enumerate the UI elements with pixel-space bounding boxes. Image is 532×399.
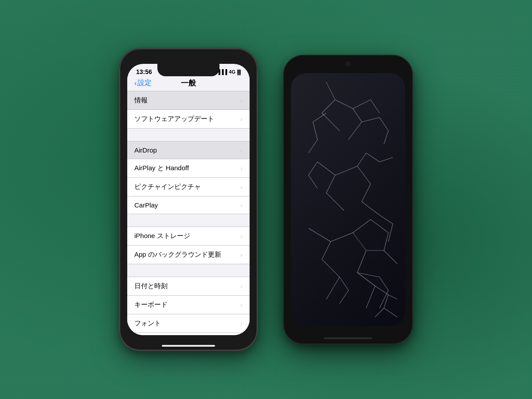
- phone-screen: 13:56 ▐▐▐ 4G ▓ ‹ 設定 一般 情報 ›: [127, 64, 250, 335]
- chevron-icon: ›: [240, 97, 243, 104]
- chevron-icon: ›: [240, 301, 243, 309]
- settings-cell-fonts[interactable]: フォント ›: [127, 314, 250, 333]
- notch: [157, 64, 219, 76]
- settings-group-3: iPhone ストレージ › App のバックグラウンド更新 ›: [127, 227, 250, 264]
- settings-group-4: 日付と時刻 › キーボード › フォント › 言語と地域 › 辞書 ›: [127, 277, 250, 335]
- chevron-icon: ›: [240, 283, 243, 290]
- cell-label-airplay-handoff: AirPlay と Handoff: [134, 164, 237, 172]
- settings-cell-background-refresh[interactable]: App のバックグラウンド更新 ›: [127, 246, 250, 264]
- nav-bar: ‹ 設定 一般: [127, 77, 250, 91]
- iphone-working: 13:56 ▐▐▐ 4G ▓ ‹ 設定 一般 情報 ›: [120, 49, 257, 350]
- settings-cell-language-region[interactable]: 言語と地域 ›: [127, 333, 250, 335]
- cracks-svg: [291, 73, 405, 326]
- cell-label-background-refresh: App のバックグラウンド更新: [134, 250, 237, 259]
- settings-content: 情報 › ソフトウェアアップデート › AirDrop › AirPlay と …: [127, 91, 250, 335]
- settings-cell-keyboard[interactable]: キーボード ›: [127, 296, 250, 314]
- cell-label-datetime: 日付と時刻: [134, 282, 237, 290]
- chevron-icon: ›: [240, 320, 243, 327]
- settings-group-2: AirDrop › AirPlay と Handoff › ピクチャインピクチャ…: [127, 141, 250, 214]
- home-indicator: [162, 345, 215, 347]
- broken-home-indicator: [324, 337, 372, 339]
- section-header-3: [127, 214, 250, 227]
- settings-cell-pip[interactable]: ピクチャインピクチャ ›: [127, 178, 250, 196]
- chevron-icon: ›: [240, 202, 243, 209]
- chevron-icon: ›: [240, 116, 243, 123]
- status-time: 13:56: [136, 68, 152, 75]
- cell-label-carplay: CarPlay: [134, 201, 237, 209]
- chevron-icon: ›: [240, 165, 243, 172]
- cell-label-iphone-storage: iPhone ストレージ: [134, 232, 237, 240]
- settings-cell-datetime[interactable]: 日付と時刻 ›: [127, 277, 250, 296]
- battery-icon: ▓: [237, 69, 241, 74]
- section-header-4: [127, 264, 250, 277]
- cell-label-airdrop: AirDrop: [134, 146, 237, 154]
- cell-label-fonts: フォント: [134, 319, 237, 328]
- settings-cell-airplay-handoff[interactable]: AirPlay と Handoff ›: [127, 159, 250, 178]
- chevron-icon: ›: [240, 251, 243, 258]
- settings-cell-info[interactable]: 情報 ›: [127, 91, 250, 110]
- chevron-icon: ›: [240, 147, 243, 154]
- nav-title: 一般: [181, 78, 196, 88]
- chevron-icon: ›: [240, 233, 243, 240]
- chevron-icon: ›: [240, 184, 243, 191]
- settings-cell-carplay[interactable]: CarPlay ›: [127, 196, 250, 214]
- settings-cell-software-update[interactable]: ソフトウェアアップデート ›: [127, 110, 250, 129]
- back-chevron-icon: ‹: [134, 79, 137, 87]
- settings-group-1: 情報 › ソフトウェアアップデート ›: [127, 91, 250, 129]
- cell-label-pip: ピクチャインピクチャ: [134, 183, 237, 191]
- back-label: 設定: [137, 78, 152, 88]
- cell-label-keyboard: キーボード: [134, 301, 237, 309]
- section-header-2: [127, 129, 250, 141]
- cell-label-info: 情報: [134, 96, 237, 105]
- back-button[interactable]: ‹ 設定: [134, 78, 152, 88]
- cell-label-software-update: ソフトウェアアップデート: [134, 115, 237, 123]
- front-camera: [346, 62, 350, 66]
- iphone-broken: [284, 55, 412, 344]
- broken-screen: [291, 73, 405, 326]
- status-icons: ▐▐▐ 4G ▓: [217, 69, 241, 74]
- network-type: 4G: [229, 69, 235, 74]
- settings-cell-airdrop[interactable]: AirDrop ›: [127, 141, 250, 159]
- settings-cell-iphone-storage[interactable]: iPhone ストレージ ›: [127, 227, 250, 246]
